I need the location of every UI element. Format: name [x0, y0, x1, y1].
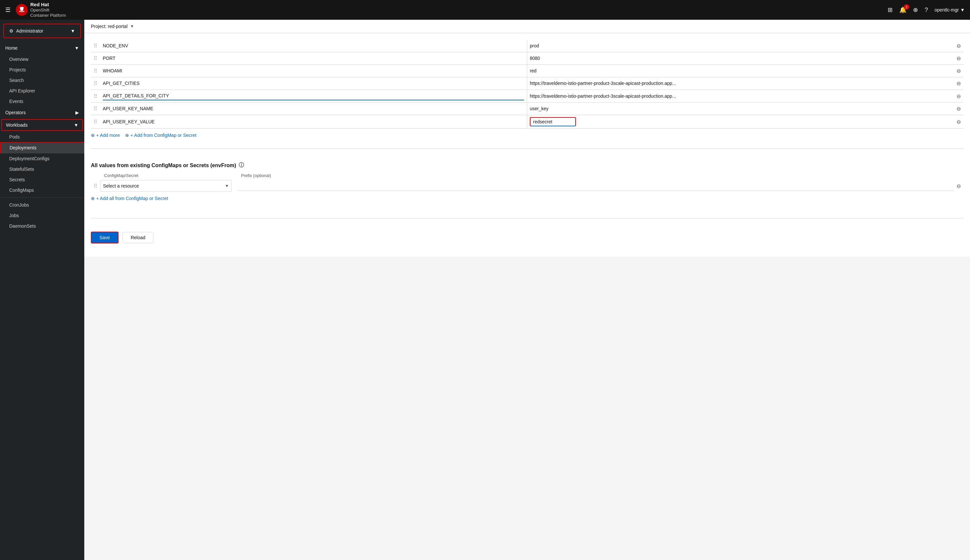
env-value-input[interactable] — [530, 42, 951, 50]
sidebar-section-operators: Operators ▶ — [0, 107, 84, 118]
add-more-button[interactable]: ⊕ + Add more — [91, 133, 120, 138]
drag-handle-icon[interactable]: ⠿ — [91, 116, 100, 128]
env-name-input[interactable] — [103, 42, 524, 50]
brand-logo-area: Red Hat OpenShift Container Platform — [16, 2, 882, 18]
redhat-logo — [16, 4, 28, 16]
drag-handle-icon[interactable]: ⠿ — [91, 65, 100, 77]
sidebar-item-deployments[interactable]: Deployments — [0, 142, 84, 153]
sidebar-item-deploymentconfigs[interactable]: DeploymentConfigs — [0, 153, 84, 164]
table-row: ⠿ ⊖ — [91, 115, 963, 128]
main-content: Project: red-portal ▼ ⠿ ⊖ — [84, 20, 970, 560]
gear-icon: ⚙ — [9, 28, 13, 33]
drag-handle-icon[interactable]: ⠿ — [91, 40, 100, 52]
help-circle-icon[interactable]: ⓘ — [239, 162, 244, 169]
prefix-label: Prefix (optional) — [241, 173, 274, 178]
drag-handle-icon[interactable]: ⠿ — [91, 180, 100, 192]
env-name-input[interactable] — [103, 118, 524, 126]
plus-icon-2: ⊕ — [125, 133, 129, 138]
sidebar-item-configmaps[interactable]: ConfigMaps — [0, 185, 84, 195]
add-all-action: ⊕ + Add all from ConfigMap or Secret — [91, 192, 963, 205]
hamburger-menu[interactable]: ☰ — [5, 6, 10, 13]
env-name-input[interactable] — [103, 67, 524, 75]
configmap-secret-label: ConfigMap/Secret — [104, 173, 141, 178]
grid-icon[interactable]: ⊞ — [888, 6, 893, 13]
app-layout: ⚙ Administrator ▼ Home ▼ Overview Projec… — [0, 20, 970, 560]
prefix-input[interactable] — [237, 181, 954, 191]
sidebar-item-overview[interactable]: Overview — [0, 54, 84, 65]
sidebar-item-events[interactable]: Events — [0, 96, 84, 107]
sidebar-item-secrets[interactable]: Secrets — [0, 174, 84, 185]
user-menu[interactable]: opentlc-mgr ▼ — [935, 7, 965, 13]
project-label: Project: red-portal — [91, 24, 127, 29]
remove-env-button[interactable]: ⊖ — [954, 65, 963, 77]
table-row: ⠿ ⊖ — [91, 65, 963, 77]
prefix-input-wrapper — [237, 181, 954, 191]
sidebar-item-search[interactable]: Search — [0, 75, 84, 85]
sidebar-section-label-operators: Operators — [5, 110, 26, 115]
env-name-input[interactable] — [103, 105, 524, 113]
brand-name-line2: OpenShift Container Platform — [30, 8, 66, 18]
resource-select[interactable]: Select a resource — [103, 183, 225, 188]
username: opentlc-mgr — [935, 7, 959, 13]
notifications-button[interactable]: 🔔 2 — [899, 6, 907, 13]
remove-env-button[interactable]: ⊖ — [954, 40, 963, 52]
remove-env-button[interactable]: ⊖ — [954, 116, 963, 128]
sidebar-item-daemonsets[interactable]: DaemonSets — [0, 221, 84, 231]
footer-buttons: Save Reload — [91, 225, 963, 250]
sidebar-section-header-operators[interactable]: Operators ▶ — [0, 107, 84, 118]
env-name-input[interactable] — [103, 79, 524, 88]
footer-divider — [91, 218, 963, 218]
drag-handle-icon[interactable]: ⠿ — [91, 78, 100, 89]
configmap-title-text: All values from existing ConfigMaps or S… — [91, 163, 236, 168]
section-divider — [91, 148, 963, 149]
role-label: ⚙ Administrator — [9, 28, 43, 33]
remove-env-button[interactable]: ⊖ — [954, 53, 963, 64]
sidebar-item-api-explorer[interactable]: API Explorer — [0, 85, 84, 96]
add-from-configmap-label: + Add from ConfigMap or Secret — [130, 133, 196, 138]
drag-handle-icon[interactable]: ⠿ — [91, 90, 100, 102]
resource-select-wrapper: Select a resource ▼ — [100, 180, 232, 192]
sidebar-section-header-workloads[interactable]: Workloads ▼ — [1, 119, 83, 131]
add-from-configmap-button[interactable]: ⊕ + Add from ConfigMap or Secret — [125, 133, 196, 138]
sidebar-section-workloads: Workloads ▼ Pods Deployments DeploymentC… — [0, 119, 84, 231]
env-value-input[interactable] — [530, 79, 951, 88]
sidebar-item-statefulsets[interactable]: StatefulSets — [0, 164, 84, 174]
env-value-highlighted-input[interactable] — [530, 117, 576, 126]
env-value-input[interactable] — [530, 67, 951, 75]
operators-expand-icon: ▶ — [75, 110, 79, 115]
add-all-from-configmap-button[interactable]: ⊕ + Add all from ConfigMap or Secret — [91, 196, 168, 201]
env-name-input[interactable] — [103, 92, 524, 100]
add-icon[interactable]: ⊕ — [913, 6, 918, 13]
plus-icon-3: ⊕ — [91, 196, 95, 201]
add-more-label: + Add more — [96, 133, 120, 138]
sidebar-item-cronjobs[interactable]: CronJobs — [0, 200, 84, 210]
sidebar-item-jobs[interactable]: Jobs — [0, 210, 84, 221]
workloads-collapse-icon: ▼ — [74, 122, 78, 128]
brand-name-line1: Red Hat — [30, 2, 66, 8]
project-dropdown-arrow[interactable]: ▼ — [130, 24, 134, 28]
env-name-input[interactable] — [103, 54, 524, 63]
remove-env-button[interactable]: ⊖ — [954, 90, 963, 102]
table-row: ⠿ ⊖ — [91, 103, 963, 115]
save-button[interactable]: Save — [91, 232, 119, 243]
env-value-input[interactable] — [530, 105, 951, 113]
table-row: ⠿ ⊖ — [91, 77, 963, 90]
remove-env-button[interactable]: ⊖ — [954, 78, 963, 89]
env-value-input[interactable] — [530, 54, 951, 63]
env-value-input[interactable] — [530, 92, 951, 100]
env-vars-table: ⠿ ⊖ ⠿ — [91, 40, 963, 128]
role-selector[interactable]: ⚙ Administrator ▼ — [3, 24, 81, 38]
sidebar-item-projects[interactable]: Projects — [0, 65, 84, 75]
reload-button[interactable]: Reload — [122, 232, 154, 243]
nav-right-actions: ⊞ 🔔 2 ⊕ ? opentlc-mgr ▼ — [888, 6, 965, 13]
drag-handle-icon[interactable]: ⠿ — [91, 53, 100, 64]
sidebar-item-pods[interactable]: Pods — [0, 132, 84, 142]
configmap-row: ⠿ Select a resource ▼ ⊖ — [91, 180, 963, 192]
notification-count: 2 — [904, 4, 909, 10]
sidebar-section-header-home[interactable]: Home ▼ — [0, 42, 84, 54]
remove-env-button[interactable]: ⊖ — [954, 103, 963, 115]
remove-configmap-button[interactable]: ⊖ — [954, 180, 963, 192]
sidebar-section-home: Home ▼ Overview Projects Search API Expl… — [0, 42, 84, 107]
drag-handle-icon[interactable]: ⠿ — [91, 103, 100, 115]
help-icon[interactable]: ? — [925, 7, 928, 13]
